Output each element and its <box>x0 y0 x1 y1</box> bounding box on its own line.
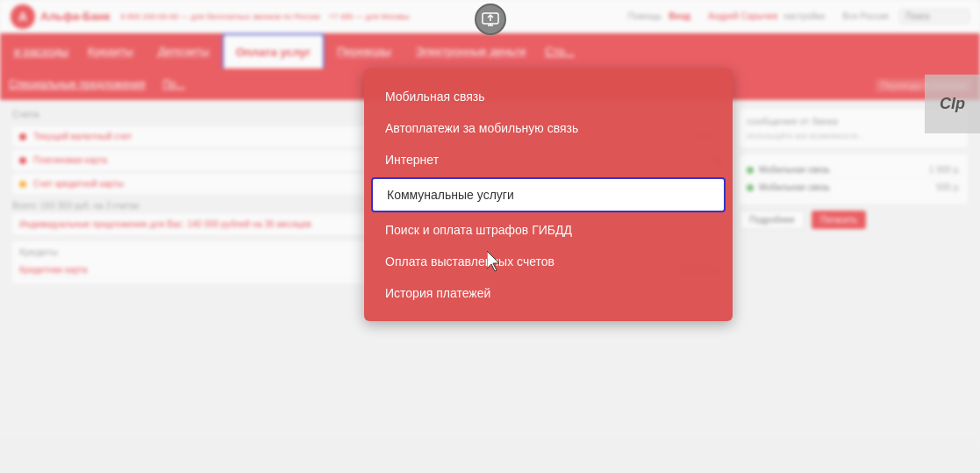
logo-area: А Альфа-Банк <box>11 4 111 29</box>
payment-amount-1: 500 р. <box>936 183 961 192</box>
help-link[interactable]: Помощь <box>628 11 662 21</box>
cip-badge: CIp <box>925 75 980 133</box>
logo-text: Альфа-Банк <box>40 10 111 23</box>
logo-icon: А <box>11 4 35 29</box>
sub-nav-po[interactable]: По... <box>162 78 184 90</box>
payment-name-1: Мобильная связь <box>759 183 830 192</box>
dropdown-item-communal[interactable]: Коммунальные услуги <box>371 177 726 212</box>
dropdown-item-gibdd[interactable]: Поиск и оплата штрафов ГИБДД <box>364 214 733 246</box>
nav-item-strakhovanie[interactable]: Стр... <box>538 33 581 68</box>
search-input[interactable] <box>899 9 969 24</box>
account-dot-orange <box>19 181 26 188</box>
dropdown-item-autopay[interactable]: Автоплатежи за мобильную связь <box>364 112 733 144</box>
region-info: Вся Россия <box>842 11 889 21</box>
dropdown-item-history[interactable]: История платежей <box>364 277 733 309</box>
dropdown-menu: Мобильная связь Автоплатежи за мобильную… <box>364 68 733 321</box>
nav-item-kredity[interactable]: Кредиты <box>75 33 146 68</box>
payment-amount-0: 1 000 р. <box>929 165 961 175</box>
sub-nav-special[interactable]: Специальные предложения <box>9 78 145 90</box>
nav-bar: и расходы Кредиты Депозиты Оплата услуг … <box>0 33 980 68</box>
nav-item-depozity[interactable]: Депозиты <box>146 33 222 68</box>
right-column: сообщения от банка Используйте все возмо… <box>740 109 968 429</box>
header-phones: 8 800 200-00-00 — для бесплатных звонков… <box>121 12 618 21</box>
credit-name: Кредитная карта <box>19 265 88 275</box>
payment-items: Мобильная связь 1 000 р. Мобильная связь… <box>740 154 968 204</box>
dropdown-item-internet[interactable]: Интернет <box>364 144 733 176</box>
header-right: Помощь Вход <box>628 11 690 21</box>
payment-item-1[interactable]: Мобильная связь 500 р. <box>747 179 961 197</box>
dropdown-item-bills[interactable]: Оплата выставленных счетов <box>364 246 733 277</box>
nav-item-rasckhody[interactable]: и расходы <box>7 33 75 68</box>
payment-item-0[interactable]: Мобильная связь 1 000 р. <box>747 161 961 179</box>
nav-item-oplata[interactable]: Оплата услуг <box>222 33 325 68</box>
payment-name-0: Мобильная связь <box>759 165 830 175</box>
enter-link[interactable]: Вход <box>669 11 690 21</box>
payment-dot-1 <box>747 184 754 191</box>
nav-item-electronic[interactable]: Электронные деньги <box>404 33 538 68</box>
more-details-button[interactable]: Подробнее <box>740 211 805 229</box>
nav-item-perevody[interactable]: Переводы <box>325 33 404 68</box>
credit-buttons: Подробнее Погасить <box>740 211 968 229</box>
user-info: Андрей Сарычев настройки <box>708 11 825 21</box>
dropdown-item-mobile[interactable]: Мобильная связь <box>364 81 733 112</box>
payment-dot-0 <box>747 167 754 174</box>
screen-share-button[interactable] <box>475 4 506 35</box>
repay-button[interactable]: Погасить <box>812 211 866 229</box>
account-dot-platinum <box>19 157 26 164</box>
account-dot-red <box>19 133 26 140</box>
